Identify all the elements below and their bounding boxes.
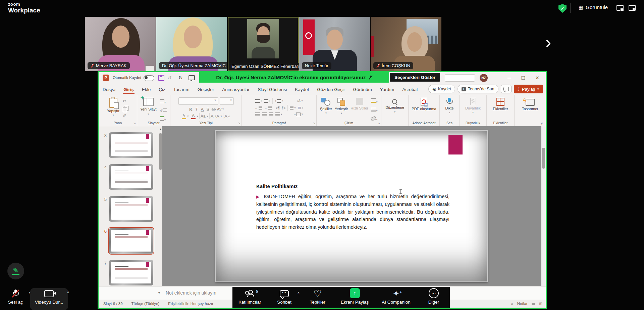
reset-slide-icon[interactable]: ↺	[160, 107, 167, 113]
bold-button[interactable]: K	[188, 107, 194, 112]
shape-outline-button[interactable]: ∨	[371, 107, 378, 113]
slide-row-6-selected[interactable]: 6	[102, 228, 153, 254]
annotate-button[interactable]: ✎	[7, 263, 24, 279]
clear-formatting-button[interactable]: A⌀	[224, 114, 230, 119]
paste-button[interactable]: Yapıştır∨	[107, 95, 119, 117]
paragraph-dialog-launcher[interactable]: ↘	[313, 122, 315, 125]
addins-button[interactable]: Eklentiler	[493, 95, 508, 111]
panel-scrollbar[interactable]: ▲	[159, 128, 162, 283]
next-participants-chevron[interactable]: ›	[545, 34, 551, 51]
clipboard-dialog-launcher[interactable]: ↘	[133, 122, 136, 125]
notes-toggle[interactable]: Notlar	[517, 302, 528, 306]
change-case-button[interactable]: Aa∨	[201, 114, 208, 119]
copy-icon[interactable]	[124, 106, 128, 111]
video-options-chevron[interactable]: ∧	[67, 290, 69, 294]
editing-button[interactable]: Düzenleme∨	[385, 95, 404, 113]
tab-acrobat[interactable]: Acrobat	[398, 84, 422, 95]
tab-gorunum[interactable]: Görünüm	[349, 84, 376, 95]
present-in-teams-button[interactable]: Teams'de Sun	[458, 85, 498, 93]
ltr-button[interactable]: >¶	[275, 106, 281, 110]
line-spacing-button[interactable]: ↕∨	[274, 99, 284, 103]
participants-button[interactable]: 8 Katılımcılar	[238, 289, 261, 305]
comments-button[interactable]	[501, 85, 512, 93]
tab-yardim[interactable]: Yardım	[376, 84, 398, 95]
shapes-button[interactable]: Şekiller∨	[320, 95, 332, 115]
align-center-button[interactable]	[261, 112, 268, 117]
slide-row-7[interactable]: 7	[102, 260, 153, 285]
align-right-button[interactable]	[268, 112, 274, 117]
align-left-button[interactable]	[254, 112, 261, 117]
align-text-button[interactable]: ⊞∨	[297, 105, 304, 110]
redo-icon[interactable]: ↻	[178, 75, 183, 80]
tab-slayt-gosterisi[interactable]: Slayt Gösterisi	[254, 84, 291, 95]
create-pdf-button[interactable]: PDF oluşturma	[412, 95, 436, 111]
accessibility-indicator[interactable]: Erişilebilirlik: Her şey hazır	[168, 302, 213, 306]
grow-font-button[interactable]: A∧	[211, 114, 217, 119]
slide-thumbnail[interactable]	[109, 196, 153, 222]
leave-meeting-button[interactable]: Çık	[607, 289, 644, 305]
restore-button[interactable]: ❐	[518, 74, 528, 82]
scrollbar-thumb[interactable]	[159, 133, 162, 170]
grid-view-icon[interactable]: ⊞	[539, 301, 542, 306]
slide-thumbnail[interactable]	[109, 132, 153, 158]
chat-button[interactable]: Sohbet ∧	[274, 289, 294, 305]
tab-kaydet[interactable]: Kaydet	[291, 84, 313, 95]
chat-options-chevron[interactable]: ∧	[297, 291, 300, 295]
notes-collapse-arrow[interactable]: ▼	[158, 291, 161, 295]
slide-thumbnail[interactable]	[109, 164, 153, 190]
account-avatar[interactable]: NZ	[480, 74, 488, 82]
tab-gozden-gecir[interactable]: Gözden Geçir	[313, 84, 349, 95]
bullets-button[interactable]: ∨	[254, 99, 263, 103]
ppt-search-box[interactable]	[445, 74, 475, 82]
video-tile-merve[interactable]: Merve BAYRAK	[85, 17, 156, 71]
dictate-button[interactable]: Dikte∨	[445, 95, 453, 114]
video-tile-nerma[interactable]: Dr. Öğr. Üyesi Nerma ZAİMOVİC	[156, 17, 227, 71]
decrease-indent-button[interactable]: ←	[254, 106, 263, 110]
sensitivity-button[interactable]: Duyarlılık∨	[465, 95, 481, 114]
increase-indent-button[interactable]: →	[263, 106, 273, 110]
numbering-button[interactable]: ∨	[263, 99, 271, 103]
font-dialog-launcher[interactable]: ↘	[238, 122, 240, 125]
shape-fill-button[interactable]: ∨	[371, 98, 378, 104]
text-direction-button[interactable]: ↓A∨	[296, 99, 304, 103]
reactions-button[interactable]: ♡ Tepkiler	[308, 289, 328, 305]
tab-dosya[interactable]: Dosya	[99, 84, 119, 95]
font-name-box[interactable]	[178, 97, 218, 105]
character-spacing-button[interactable]: AV	[216, 107, 222, 111]
security-shield-icon[interactable]: ✓	[558, 4, 567, 13]
slide-thumbnail-selected[interactable]	[109, 228, 153, 254]
slide-row-4[interactable]: 4	[102, 164, 153, 190]
stop-video-button[interactable]: Videoyu Dur... ∧	[30, 288, 68, 310]
underline-button[interactable]: A	[199, 107, 205, 112]
rtl-button[interactable]: ¶<	[281, 106, 286, 110]
video-tile-irem[interactable]: İrem COŞKUN	[371, 17, 441, 71]
current-slide[interactable]: Kalite Politikamız ▶ İGÜN-TÖMER eğitim, …	[215, 130, 488, 282]
tab-gecisler[interactable]: Geçişler	[194, 84, 218, 95]
video-tile-nezir[interactable]: Nezir Temür	[299, 17, 370, 71]
strikethrough-button[interactable]: ab	[211, 107, 216, 111]
tab-giris[interactable]: Giriş	[119, 84, 138, 95]
notes-toggle-chevron[interactable]: ∧	[511, 302, 513, 305]
tab-ekle[interactable]: Ekle	[138, 84, 155, 95]
collapse-window-icon[interactable]	[629, 5, 636, 11]
slide-row-3[interactable]: 3	[102, 132, 153, 158]
shrink-font-button[interactable]: A∨	[216, 114, 222, 119]
close-button[interactable]: ✕	[532, 74, 542, 82]
scroll-up-arrow[interactable]: ▲	[159, 128, 162, 131]
share-screen-button[interactable]: ↑ Ekranı Paylaş	[341, 289, 369, 305]
slide-thumbnail[interactable]	[109, 260, 153, 285]
format-painter-icon[interactable]: ✐	[123, 113, 128, 118]
tab-ciz[interactable]: Çiz	[155, 84, 169, 95]
tab-animasyonlar[interactable]: Animasyonlar	[218, 84, 254, 95]
minimize-video-panel-icon[interactable]	[616, 5, 624, 11]
language-indicator[interactable]: Türkçe (Türkiye)	[131, 302, 160, 306]
font-color-button[interactable]: A∨	[191, 113, 198, 119]
autosave-toggle[interactable]	[144, 75, 154, 81]
new-slide-button[interactable]: Yeni Slayt∨	[140, 95, 157, 115]
normal-view-icon[interactable]: ▭	[531, 301, 535, 306]
quick-styles-button[interactable]: Hızlı Stiller	[351, 95, 368, 110]
slide-row-5[interactable]: 5	[102, 196, 153, 222]
layout-icon[interactable]: ∨	[160, 98, 167, 104]
smartart-convert-button[interactable]: ⤷∨	[293, 112, 304, 117]
more-button[interactable]: ⋯ Diğer	[424, 289, 444, 305]
